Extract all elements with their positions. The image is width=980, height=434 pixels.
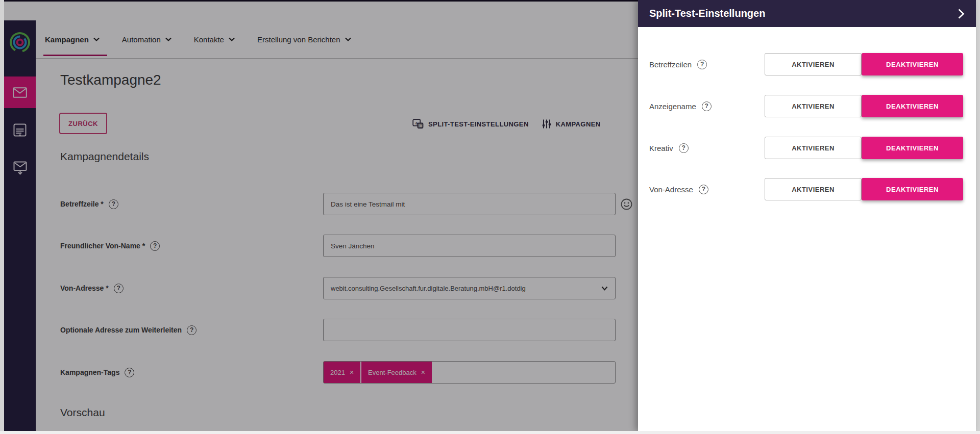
field-label: Optionale Adresse zum Weiterleiten [60, 326, 182, 334]
nav-item-automation[interactable]: Automation [122, 20, 172, 58]
transactional-email-icon [13, 161, 27, 175]
help-icon[interactable]: ? [150, 241, 160, 251]
selected-value: webit.consulting.Gesellschaft.fur.digita… [331, 285, 526, 292]
remove-tag-icon[interactable]: × [350, 368, 354, 376]
email-campaign-icon [13, 87, 27, 98]
help-icon[interactable]: ? [114, 284, 124, 293]
dotdigital-logo[interactable] [4, 27, 36, 58]
weiterleiten-input[interactable] [323, 319, 616, 341]
split-test-settings-panel: Split-Test-Einstellungen Betreffzeilen ?… [638, 0, 976, 431]
panel-row-label: Von-Adresse [649, 185, 693, 194]
aktivieren-button[interactable]: AKTIVIEREN [765, 137, 862, 159]
panel-row-label: Kreativ [649, 144, 673, 152]
deaktivieren-button[interactable]: DEAKTIVIEREN [862, 178, 963, 200]
help-icon[interactable]: ? [697, 60, 707, 69]
campaign-tag: 2021 × [324, 362, 360, 383]
panel-row-label: Betreffzeilen [649, 60, 692, 69]
landing-page-icon [13, 123, 27, 137]
panel-title: Split-Test-Einstellungen [649, 8, 765, 19]
help-icon[interactable]: ? [702, 101, 712, 111]
help-icon[interactable]: ? [125, 368, 134, 377]
svg-text:b: b [420, 123, 422, 128]
campaign-tag: Event-Feedback × [361, 362, 432, 383]
nav-label: Erstellung von Berichten [257, 20, 340, 59]
app-frame: Kampagnen Automation Kontakte Erstellung… [0, 0, 980, 434]
field-label: Kampagnen-Tags [60, 368, 119, 376]
deaktivieren-button[interactable]: DEAKTIVIEREN [862, 137, 963, 159]
deaktivieren-button[interactable]: DEAKTIVIEREN [862, 53, 963, 75]
campaign-actions-toolbar: ab SPLIT-TEST-EINSTELLUNGEN KAMPAGNEN [412, 113, 638, 135]
help-icon[interactable]: ? [109, 199, 118, 209]
remove-tag-icon[interactable]: × [421, 368, 425, 376]
active-nav-underline [43, 55, 107, 56]
panel-row-von-adresse: Von-Adresse ? AKTIVIEREN DEAKTIVIEREN [638, 178, 976, 200]
tag-label: 2021 [330, 369, 345, 376]
campaign-content: Testkampagne2 ZURÜCK ab SPLIT-TEST-EINST… [36, 59, 638, 431]
nav-item-berichte[interactable]: Erstellung von Berichten [257, 20, 351, 58]
sidebar [4, 20, 36, 431]
sidebar-item-transactional-email[interactable] [4, 152, 36, 184]
nav-label: Automation [122, 20, 161, 59]
chevron-down-icon [601, 286, 608, 291]
field-label: Von-Adresse * [60, 284, 109, 292]
split-test-settings-label: SPLIT-TEST-EINSTELLUNGEN [428, 120, 529, 128]
aktivieren-button[interactable]: AKTIVIEREN [765, 53, 862, 75]
section-heading-preview: Vorschau [60, 406, 105, 419]
main-app-region: Kampagnen Automation Kontakte Erstellung… [4, 0, 638, 431]
help-icon[interactable]: ? [187, 325, 197, 335]
form-row-von-name: Freundlicher Von-Name * ? [60, 235, 638, 257]
form-row-kampagnen-tags: Kampagnen-Tags ? 2021 × Event-Feedback × [60, 361, 638, 384]
chevron-down-icon [165, 37, 172, 41]
nav-item-kampagnen[interactable]: Kampagnen [45, 20, 100, 58]
sidebar-item-email-campaigns[interactable] [4, 76, 36, 108]
nav-item-kontakte[interactable]: Kontakte [194, 20, 235, 58]
sidebar-item-landing-pages[interactable] [4, 114, 36, 146]
panel-row-kreativ: Kreativ ? AKTIVIEREN DEAKTIVIEREN [638, 137, 976, 159]
chevron-down-icon [345, 37, 351, 41]
tag-label: Event-Feedback [368, 369, 416, 376]
bottom-border [0, 431, 980, 434]
nav-label: Kontakte [194, 20, 224, 59]
help-icon[interactable]: ? [679, 143, 689, 153]
emoji-picker-icon[interactable] [621, 198, 632, 210]
top-border-line [4, 0, 638, 2]
back-button[interactable]: ZURÜCK [59, 113, 107, 134]
deaktivieren-button[interactable]: DEAKTIVIEREN [862, 95, 963, 117]
aktivieren-button[interactable]: AKTIVIEREN [765, 178, 862, 200]
page-title: Testkampagne2 [60, 72, 161, 88]
panel-header: Split-Test-Einstellungen [638, 0, 976, 27]
collapse-panel-icon[interactable] [958, 8, 965, 19]
betreffzeile-input[interactable] [323, 193, 616, 215]
section-heading-details: Kampagnendetails [60, 150, 149, 163]
help-icon[interactable]: ? [699, 185, 708, 194]
sliders-icon [542, 119, 551, 129]
campaign-settings-label: KAMPAGNEN [556, 120, 601, 128]
panel-row-anzeigename: Anzeigename ? AKTIVIEREN DEAKTIVIEREN [638, 95, 976, 117]
split-test-icon: ab [412, 119, 424, 129]
aktivieren-button[interactable]: AKTIVIEREN [765, 95, 862, 117]
split-test-settings-button[interactable]: ab SPLIT-TEST-EINSTELLUNGEN [412, 119, 529, 129]
von-name-input[interactable] [323, 235, 616, 257]
campaign-settings-button[interactable]: KAMPAGNEN [542, 119, 601, 129]
form-row-weiterleiten: Optionale Adresse zum Weiterleiten ? [60, 319, 638, 341]
von-adresse-select[interactable]: webit.consulting.Gesellschaft.fur.digita… [323, 277, 616, 299]
top-navigation: Kampagnen Automation Kontakte Erstellung… [36, 20, 638, 59]
chevron-down-icon [93, 37, 100, 41]
nav-label: Kampagnen [45, 20, 89, 59]
field-label: Betreffzeile * [60, 200, 104, 208]
panel-row-label: Anzeigename [649, 102, 696, 111]
panel-row-betreffzeilen: Betreffzeilen ? AKTIVIEREN DEAKTIVIEREN [638, 53, 976, 75]
form-row-von-adresse: Von-Adresse * ? webit.consulting.Gesells… [60, 277, 638, 299]
form-row-betreffzeile: Betreffzeile * ? [60, 193, 638, 215]
field-label: Freundlicher Von-Name * [60, 242, 145, 250]
chevron-down-icon [229, 37, 235, 41]
